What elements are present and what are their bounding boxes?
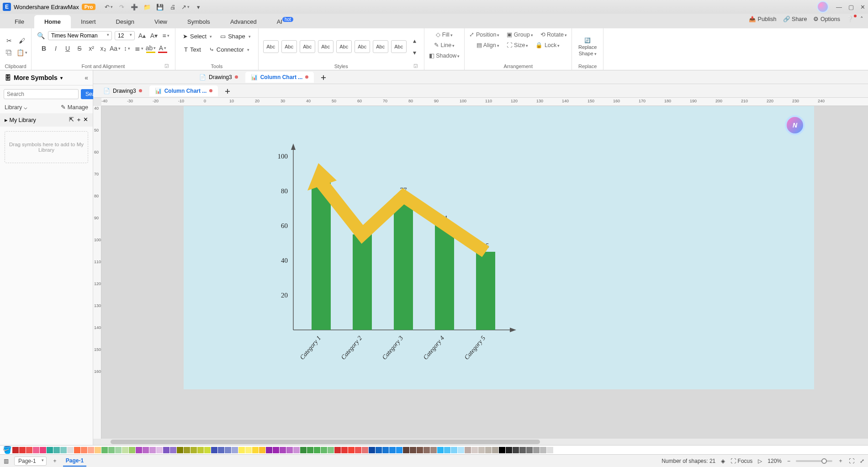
fullscreen-icon[interactable]: ⤢ [860,458,864,464]
style-preset[interactable]: Abc [373,40,388,53]
color-swatch[interactable] [81,447,87,453]
color-swatch[interactable] [136,447,142,453]
doc-tab-column-chart[interactable]: 📊Column Chart ... [245,72,314,83]
strike-icon[interactable]: S [75,44,84,53]
library-drop-zone[interactable]: Drag symbols here to add to My Library [5,131,88,163]
horizontal-scrollbar[interactable] [101,439,868,445]
style-preset[interactable]: Abc [318,40,333,53]
new-button[interactable]: ➕ [130,3,138,11]
page-tab-1[interactable]: Page-1 [63,456,86,467]
more-symbols-header[interactable]: More Symbols [14,74,58,81]
color-swatch[interactable] [211,447,217,453]
menu-design[interactable]: Design [106,15,144,28]
color-swatch[interactable] [334,447,341,453]
share-button[interactable]: 🔗 Share [783,16,807,22]
style-preset[interactable]: Abc [263,40,279,53]
color-swatch[interactable] [129,447,135,453]
color-swatch[interactable] [273,447,279,453]
case-icon[interactable]: Aa [111,44,120,53]
add-tab-button[interactable]: ＋ [220,85,235,96]
doc-tab-column-chart[interactable]: 📊Column Chart ... [149,85,218,96]
add-tab-button[interactable]: ＋ [316,72,331,83]
color-swatch[interactable] [506,447,512,453]
layers-icon[interactable]: ◈ [721,458,725,464]
bullets-icon[interactable]: ≣ [134,44,143,53]
color-swatch[interactable] [218,447,224,453]
menu-advanced[interactable]: Advanced [220,15,267,28]
shrink-font-icon[interactable]: A▾ [149,31,159,40]
ai-assist-button[interactable]: N [785,115,805,135]
drawing-page[interactable]: N 2040608010085Category 155Category 277C… [184,106,814,389]
fill-bucket-icon[interactable]: 🪣 [3,446,12,454]
color-swatch[interactable] [554,447,560,453]
doc-tab-drawing3[interactable]: 📄Drawing3 [194,72,243,83]
color-swatch[interactable] [478,447,485,453]
save-button[interactable]: 💾 [156,3,164,11]
my-library-toggle[interactable]: ▸ My Library [5,117,36,123]
color-swatch[interactable] [204,447,211,453]
color-swatch[interactable] [74,447,80,453]
format-painter-icon[interactable]: 🖌 [17,36,26,45]
color-swatch[interactable] [485,447,492,453]
color-swatch[interactable] [238,447,245,453]
symbol-search-input[interactable] [4,89,79,99]
font-launcher-icon[interactable]: ◲ [164,63,169,68]
cut-icon[interactable]: ✂ [5,36,14,45]
add-page-button[interactable]: ＋ [52,457,58,465]
color-swatch[interactable] [149,447,156,453]
color-swatch[interactable] [382,447,389,453]
zoom-out-button[interactable]: − [787,458,790,464]
lib-close-icon[interactable]: ✕ [83,117,88,123]
print-button[interactable]: 🖨 [169,3,177,11]
lock-button[interactable]: 🔒 Lock [535,42,560,48]
collapse-ribbon-button[interactable]: ˄ [860,16,863,22]
menu-symbols[interactable]: Symbols [177,15,220,28]
font-color-icon[interactable]: A [158,44,167,53]
color-swatch[interactable] [513,447,519,453]
color-swatch[interactable] [355,447,361,453]
shape-tool[interactable]: ▭Shape [217,31,254,42]
font-family-select[interactable]: Times New Roman [48,31,112,40]
color-swatch[interactable] [519,447,526,453]
style-preset[interactable]: Abc [336,40,352,53]
color-swatch[interactable] [266,447,272,453]
color-swatch[interactable] [300,447,307,453]
subscript-icon[interactable]: x₂ [99,44,108,53]
color-swatch[interactable] [492,447,498,453]
pages-panel-icon[interactable]: ▥ [4,458,9,464]
underline-icon[interactable]: U [63,44,72,53]
menu-home[interactable]: Home [34,15,71,28]
color-swatch[interactable] [191,447,197,453]
maximize-button[interactable]: ▢ [848,4,854,11]
canvas-viewport[interactable]: N 2040608010085Category 155Category 277C… [101,106,868,439]
color-swatch[interactable] [499,447,505,453]
color-swatch[interactable] [526,447,533,453]
help-button[interactable]: ❔ [847,16,854,22]
color-swatch[interactable] [280,447,286,453]
color-swatch[interactable] [437,447,444,453]
menu-view[interactable]: View [144,15,177,28]
position-button[interactable]: ⤢ Position [469,31,499,38]
paste-icon[interactable]: 📋 [17,48,26,57]
options-button[interactable]: ⚙ Options [813,16,840,22]
color-swatch[interactable] [245,447,252,453]
color-swatch[interactable] [40,447,46,453]
superscript-icon[interactable]: x² [87,44,96,53]
style-preset[interactable]: Abc [300,40,315,53]
line-spacing-icon[interactable]: ↕ [122,44,132,53]
color-swatch[interactable] [465,447,471,453]
color-swatch[interactable] [396,447,402,453]
color-swatch[interactable] [33,447,39,453]
size-button[interactable]: ⛶ Size [507,42,529,48]
color-swatch[interactable] [60,447,67,453]
style-preset[interactable]: Abc [355,40,370,53]
color-swatch[interactable] [314,447,320,453]
color-swatch[interactable] [259,447,265,453]
color-swatch[interactable] [348,447,355,453]
undo-button[interactable]: ↶ [105,3,113,11]
color-swatch[interactable] [444,447,450,453]
color-swatch[interactable] [225,447,231,453]
manage-button[interactable]: ✎ Manage [61,104,88,111]
color-swatch[interactable] [88,447,94,453]
color-swatch[interactable] [115,447,122,453]
